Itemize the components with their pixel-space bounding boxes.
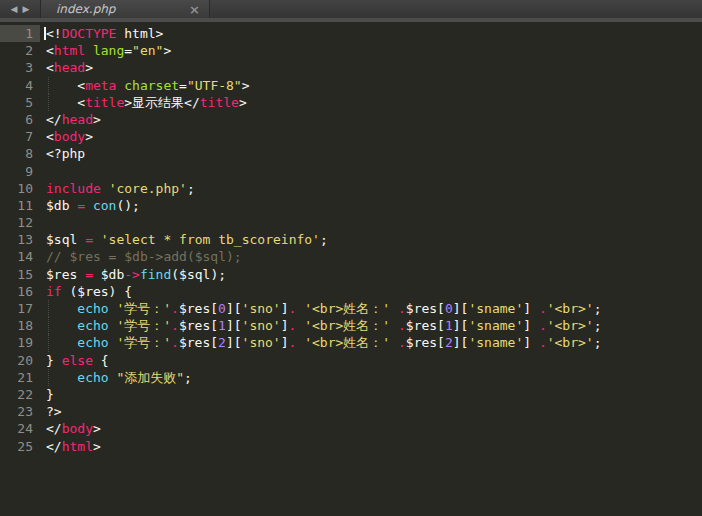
line-number: 12 (0, 214, 40, 231)
indent-guide-line (48, 300, 49, 317)
line-number: 11 (0, 197, 40, 214)
code-editor[interactable]: 1<!DOCTYPE html>2<html lang="en">3<head>… (0, 22, 702, 512)
code-line-text[interactable]: // $res = $db->add($sql); (40, 248, 242, 265)
code-line[interactable]: 20} else { (0, 352, 702, 369)
code-line-text[interactable] (40, 214, 46, 231)
code-line-text[interactable]: } else { (40, 352, 109, 369)
indent-guide-line (48, 369, 49, 386)
code-line[interactable]: 3<head> (0, 59, 702, 76)
code-line[interactable]: 12 (0, 214, 702, 231)
code-line-text[interactable]: $db = con(); (40, 197, 140, 214)
code-line[interactable]: 25</html> (0, 438, 702, 455)
code-line-text[interactable]: include 'core.php'; (40, 180, 195, 197)
code-line-text[interactable]: <html lang="en"> (40, 42, 171, 59)
code-line[interactable]: 15$res = $db->find($sql); (0, 266, 702, 283)
code-line-text[interactable]: </body> (40, 420, 101, 437)
line-number: 15 (0, 266, 40, 283)
code-line-text[interactable]: ?> (40, 403, 62, 420)
code-line-text[interactable]: } (40, 386, 54, 403)
line-number: 8 (0, 145, 40, 162)
code-line[interactable]: 9 (0, 163, 702, 180)
tab-bar: ◀ ▶ index.php × (0, 0, 702, 22)
line-number: 3 (0, 59, 40, 76)
line-number: 4 (0, 77, 40, 94)
code-line-text[interactable]: <head> (40, 59, 93, 76)
code-line-text[interactable]: <!DOCTYPE html> (40, 25, 163, 42)
code-line[interactable]: 7<body> (0, 128, 702, 145)
code-line-text[interactable]: echo "添加失败"; (40, 369, 192, 386)
back-arrow-icon[interactable]: ◀ (11, 5, 18, 14)
tab-index-php[interactable]: index.php × (40, 0, 210, 18)
indent-guide-line (48, 317, 49, 334)
sublime-window: ◀ ▶ index.php × 1<!DOCTYPE html>2<html l… (0, 0, 702, 516)
code-line-text[interactable]: </head> (40, 111, 101, 128)
line-number: 5 (0, 94, 40, 111)
code-line[interactable]: 11$db = con(); (0, 197, 702, 214)
code-line[interactable]: 18 echo '学号：'.$res[1]['sno']. '<br>姓名：' … (0, 317, 702, 334)
code-line-text[interactable]: $res = $db->find($sql); (40, 266, 226, 283)
code-line[interactable]: 19 echo '学号：'.$res[2]['sno']. '<br>姓名：' … (0, 334, 702, 351)
code-line[interactable]: 22} (0, 386, 702, 403)
code-line[interactable]: 8<?php (0, 145, 702, 162)
code-line[interactable]: 17 echo '学号：'.$res[0]['sno']. '<br>姓名：' … (0, 300, 702, 317)
line-number: 16 (0, 283, 40, 300)
line-number: 24 (0, 420, 40, 437)
line-number: 21 (0, 369, 40, 386)
line-number: 14 (0, 248, 40, 265)
code-line-text[interactable]: echo '学号：'.$res[1]['sno']. '<br>姓名：' .$r… (40, 317, 602, 334)
code-line[interactable]: 23?> (0, 403, 702, 420)
line-number: 22 (0, 386, 40, 403)
code-line-text[interactable]: <meta charset="UTF-8"> (40, 77, 250, 94)
line-number: 20 (0, 352, 40, 369)
indent-guide-line (48, 77, 49, 94)
line-number: 18 (0, 317, 40, 334)
code-line[interactable]: 6</head> (0, 111, 702, 128)
code-line-text[interactable]: echo '学号：'.$res[0]['sno']. '<br>姓名：' .$r… (40, 300, 602, 317)
code-line[interactable]: 5 <title>显示结果</title> (0, 94, 702, 111)
code-line-text[interactable]: echo '学号：'.$res[2]['sno']. '<br>姓名：' .$r… (40, 334, 602, 351)
line-number: 9 (0, 163, 40, 180)
line-number: 23 (0, 403, 40, 420)
code-line[interactable]: 2<html lang="en"> (0, 42, 702, 59)
code-line-text[interactable]: if ($res) { (40, 283, 132, 300)
line-number: 17 (0, 300, 40, 317)
code-line[interactable]: 1<!DOCTYPE html> (0, 25, 702, 42)
code-line-text[interactable]: <title>显示结果</title> (40, 94, 247, 111)
code-line[interactable]: 10include 'core.php'; (0, 180, 702, 197)
line-number: 13 (0, 231, 40, 248)
indent-guide-line (48, 334, 49, 351)
code-line[interactable]: 24</body> (0, 420, 702, 437)
code-line[interactable]: 13$sql = 'select * from tb_scoreinfo'; (0, 231, 702, 248)
line-number: 2 (0, 42, 40, 59)
code-line[interactable]: 16if ($res) { (0, 283, 702, 300)
code-line-text[interactable]: </html> (40, 438, 101, 455)
tab-close-icon[interactable]: × (189, 3, 200, 16)
line-number: 6 (0, 111, 40, 128)
text-caret (44, 27, 46, 40)
line-number: 10 (0, 180, 40, 197)
line-number: 19 (0, 334, 40, 351)
code-line-text[interactable]: <?php (40, 145, 85, 162)
code-line-text[interactable] (40, 163, 46, 180)
line-number: 7 (0, 128, 40, 145)
line-number: 25 (0, 438, 40, 455)
tab-nav-buttons: ◀ ▶ (0, 0, 40, 18)
indent-guide-line (48, 94, 49, 111)
code-line[interactable]: 21 echo "添加失败"; (0, 369, 702, 386)
code-line[interactable]: 4 <meta charset="UTF-8"> (0, 77, 702, 94)
code-line[interactable]: 14// $res = $db->add($sql); (0, 248, 702, 265)
line-number: 1 (0, 25, 40, 42)
code-line-text[interactable]: <body> (40, 128, 93, 145)
forward-arrow-icon[interactable]: ▶ (23, 5, 30, 14)
tab-title: index.php (56, 2, 189, 16)
code-line-text[interactable]: $sql = 'select * from tb_scoreinfo'; (40, 231, 328, 248)
